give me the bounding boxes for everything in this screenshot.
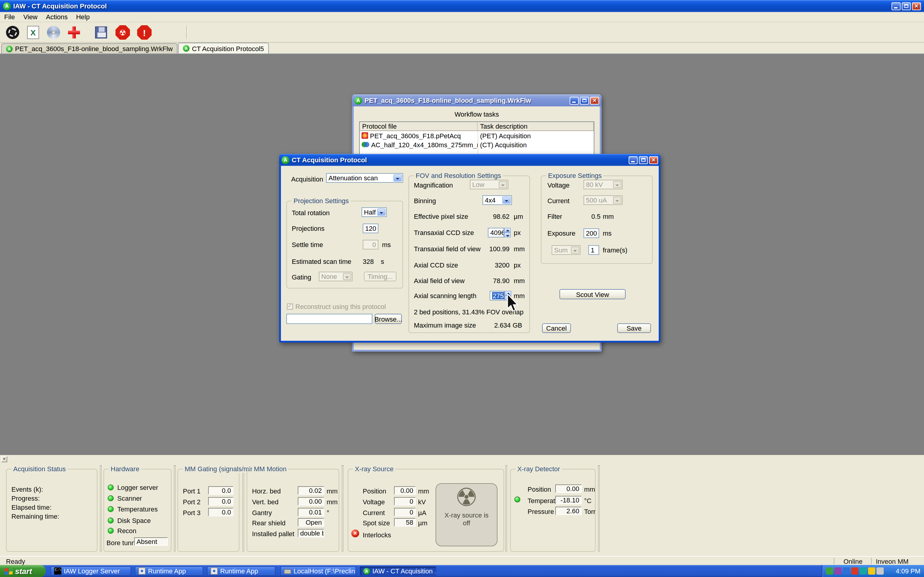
- axial-ccd-value: 3200: [473, 261, 509, 269]
- dock-separator[interactable]: [598, 465, 600, 552]
- chevron-down-icon[interactable]: [377, 209, 386, 216]
- mm-motion-group: MM Motion Horz. bed 0.02 mm Vert. bed 0.…: [247, 469, 339, 552]
- tray-icon-yellow[interactable]: [868, 567, 875, 575]
- system-tray: 4:09 PM: [822, 565, 924, 577]
- xray-source-group: X-ray Source Position 0.00 mm Voltage 0 …: [348, 469, 504, 552]
- dock-separator[interactable]: [505, 465, 507, 552]
- frame-count-input[interactable]: 1: [588, 245, 599, 255]
- tab-label: PET_acq_3600s_F18-online_blood_sampling.…: [15, 45, 173, 52]
- transaxial-ccd-spinner[interactable]: [504, 228, 511, 237]
- taskbar-item-label: IAW - CT Acquisition ...: [372, 567, 436, 575]
- maximize-icon[interactable]: [902, 2, 911, 10]
- vert-bed-value: 0.00: [298, 497, 324, 506]
- exposure-label: Exposure: [548, 230, 575, 237]
- filter-value: 0.5: [591, 213, 601, 221]
- alert-stop-icon[interactable]: [137, 25, 152, 40]
- windows-flag-icon: [5, 567, 13, 575]
- gantry-value: 0.01: [298, 508, 324, 516]
- transaxial-fov-unit: mm: [514, 245, 525, 253]
- spin-up-icon[interactable]: [504, 228, 511, 233]
- transaxial-ccd-input[interactable]: 4096: [488, 228, 504, 237]
- tab-workflow[interactable]: A PET_acq_3600s_F18-online_blood_samplin…: [1, 43, 178, 53]
- minimize-icon[interactable]: [570, 97, 579, 104]
- exposure-input[interactable]: 200: [583, 228, 599, 238]
- taskbar-item-runtime-app-2[interactable]: Runtime App: [207, 566, 276, 576]
- taskbar-item-runtime-app-1[interactable]: Runtime App: [135, 566, 204, 576]
- minimize-icon[interactable]: [892, 2, 901, 10]
- dock-separator[interactable]: [242, 465, 244, 552]
- axial-fov-unit: mm: [514, 277, 525, 285]
- dock-separator[interactable]: [342, 465, 344, 552]
- current-value: 500 uA: [586, 197, 607, 204]
- disc-icon[interactable]: [46, 25, 61, 40]
- acquisition-combo[interactable]: Attenuation scan: [326, 173, 403, 183]
- status-led: [108, 495, 114, 501]
- pet-protocol-icon: [362, 132, 368, 139]
- status-online: Online: [837, 558, 869, 566]
- maximize-icon[interactable]: [580, 97, 589, 104]
- transaxial-fov-label: Transaxial field of view: [414, 245, 481, 253]
- source-voltage-value: 0: [394, 497, 416, 506]
- dock-separator[interactable]: [174, 465, 176, 552]
- chevron-down-icon[interactable]: [502, 197, 511, 204]
- clock[interactable]: 4:09 PM: [896, 567, 921, 575]
- maximize-icon[interactable]: [639, 156, 648, 164]
- tray-icon-teal[interactable]: [859, 567, 867, 575]
- interlocks-error-icon: [351, 530, 359, 537]
- close-icon[interactable]: [912, 2, 921, 10]
- xray-detector-group: X-ray Detector Position 0.00 mm Temperat…: [510, 469, 596, 552]
- close-icon[interactable]: [590, 97, 599, 104]
- menu-actions[interactable]: Actions: [42, 12, 72, 22]
- taskbar-item-iaw-ct[interactable]: A IAW - CT Acquisition ...: [360, 566, 436, 576]
- binning-combo[interactable]: 4x4: [483, 195, 512, 205]
- cancel-button[interactable]: Cancel: [542, 323, 571, 333]
- radiation-icon: ☢: [455, 484, 478, 511]
- menu-view[interactable]: View: [19, 12, 42, 22]
- projections-input[interactable]: 120: [363, 224, 378, 233]
- taskbar-item-logger-server[interactable]: IAW Logger Server: [50, 566, 131, 576]
- total-rotation-combo[interactable]: Half: [362, 207, 387, 217]
- add-icon[interactable]: [66, 25, 82, 40]
- save-disk-icon[interactable]: [93, 25, 109, 40]
- hardware-group: Hardware Logger server Scanner Temperatu…: [103, 469, 171, 552]
- tray-icon-green[interactable]: [826, 567, 833, 575]
- chevron-down-icon: [613, 197, 622, 204]
- reconstruct-path-input[interactable]: [286, 314, 372, 324]
- spot-size-value: 58: [394, 518, 416, 527]
- spreadsheet-icon[interactable]: [25, 25, 41, 40]
- settle-time-input: 0: [363, 240, 378, 250]
- taskbar-item-label: Runtime App: [220, 567, 258, 575]
- save-button[interactable]: Save: [617, 323, 651, 333]
- close-icon[interactable]: [649, 156, 658, 164]
- spin-down-icon[interactable]: [504, 233, 511, 237]
- tray-icon-blue[interactable]: [843, 567, 850, 575]
- scout-view-button[interactable]: Scout View: [559, 289, 626, 299]
- ct-acquisition-dialog: A CT Acquisition Protocol Acquisition At…: [279, 154, 661, 343]
- start-button[interactable]: start: [0, 565, 46, 577]
- tray-icon-red[interactable]: [851, 567, 858, 575]
- tray-icon-purple[interactable]: [834, 567, 842, 575]
- aperture-icon[interactable]: [5, 25, 21, 40]
- port-label: Port 1: [183, 487, 200, 495]
- column-task-description[interactable]: Task description: [478, 122, 594, 131]
- chevron-down-icon[interactable]: [393, 174, 402, 182]
- menu-file[interactable]: File: [0, 12, 19, 22]
- minimize-icon[interactable]: [628, 156, 638, 164]
- estimated-scan-time-unit: s: [381, 258, 384, 266]
- radiation-stop-icon[interactable]: [115, 25, 131, 40]
- menu-help[interactable]: Help: [72, 12, 94, 22]
- dock-close-icon[interactable]: ✕: [1, 456, 7, 462]
- dock-separator[interactable]: [100, 465, 102, 552]
- mm-gating-group: MM Gating (signals/min) Port 1 0.0 Port …: [178, 469, 239, 552]
- browse-button[interactable]: Browse...: [375, 314, 402, 324]
- projection-settings-group: Projection Settings Total rotation Half …: [286, 201, 403, 288]
- tab-ct-protocol[interactable]: A CT Acquisition Protocol5: [178, 43, 268, 53]
- taskbar-item-localhost[interactable]: LocalHost (F:\Preclini...: [280, 566, 356, 576]
- settle-time-value: 0: [372, 241, 376, 248]
- tray-icon-gray[interactable]: [877, 567, 884, 575]
- table-row[interactable]: AC_half_120_4x4_180ms_275mm_rat_J5... (C…: [360, 140, 594, 149]
- table-row[interactable]: PET_acq_3600s_F18.pPetAcq (PET) Acquisit…: [360, 131, 594, 140]
- column-protocol-file[interactable]: Protocol file: [360, 122, 478, 131]
- axial-scan-length-input[interactable]: 275: [489, 291, 505, 301]
- estimated-scan-time-value: 328: [363, 258, 374, 266]
